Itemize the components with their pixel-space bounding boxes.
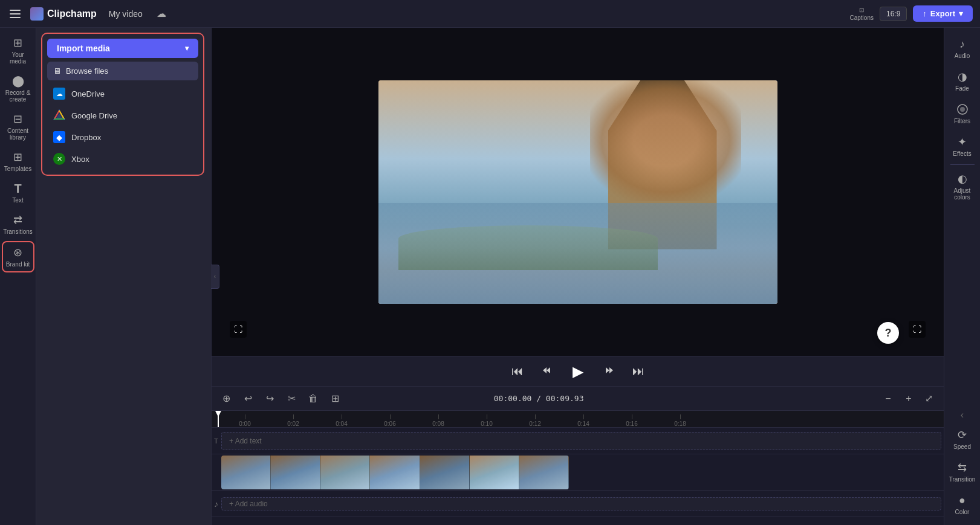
sidebar-item-your-media[interactable]: ⊞ Your media [2,33,34,68]
clip-frame-2 [271,456,320,489]
zoom-in-button[interactable]: + [900,390,917,407]
add-text-button[interactable]: + Add text [221,432,941,450]
effects-tool-icon: ✦ [956,135,969,149]
ruler-mark-10: 0:10 [462,414,511,427]
timeline-tracks: T + Add text [212,428,944,525]
dropbox-label: Dropbox [71,133,101,142]
gdrive-item[interactable]: Google Drive [47,105,198,126]
adjust-colors-label: Adjust colors [949,187,976,201]
redo-button[interactable]: ↪ [261,390,278,407]
transition-tool-label: Transition [949,476,976,483]
speed-tool-label: Speed [953,443,971,450]
import-media-button[interactable]: Import media ▾ [47,39,198,58]
top-bar-right: ⊡ Captions 16:9 ↑ Export ▾ [850,5,973,22]
text-label: Text [12,197,23,204]
clip-frame-7 [519,456,569,489]
right-tool-fade[interactable]: ◑ Fade [946,65,979,97]
video-title[interactable]: My video [104,7,148,21]
right-tool-adjust-colors[interactable]: ◐ Adjust colors [946,167,979,205]
browse-files-label: Browse files [66,66,108,76]
export-label: Export [930,9,955,18]
onedrive-item[interactable]: ☁ OneDrive [47,83,198,105]
timeline-toolbar: ⊕ ↩ ↪ ✂ 🗑 ⊞ 00:00.00 / 00:09.93 − + ⤢ [212,387,944,411]
clip-frame-4 [370,456,420,489]
right-tool-filters[interactable]: Filters [946,98,979,129]
sidebar-item-brand-kit[interactable]: ⊛ Brand kit [2,241,34,272]
text-track-row: T + Add text [212,428,944,454]
right-sidebar-separator [950,164,975,165]
save-icon[interactable]: ☁ [155,7,168,21]
ruler-mark-4: 0:04 [317,414,366,427]
sidebar-item-record-create[interactable]: ⬤ Record & create [2,71,34,106]
content-library-label: Content library [4,127,32,141]
undo-button[interactable]: ↩ [239,390,256,407]
gdrive-label: Google Drive [71,111,117,120]
color-tool-label: Color [955,509,970,515]
clip-frame-6 [470,456,519,489]
record-create-icon: ⬤ [11,74,25,88]
templates-icon: ⊞ [11,150,25,164]
video-clip[interactable] [221,456,569,489]
dropbox-item[interactable]: ◆ Dropbox [47,126,198,148]
right-tool-effects[interactable]: ✦ Effects [946,130,979,162]
skip-forward-button[interactable]: ⏭ [629,362,648,381]
menu-button[interactable] [7,7,23,21]
templates-label: Templates [4,166,32,172]
panel-collapse-button[interactable]: ‹ [211,265,219,289]
sidebar-item-transitions[interactable]: ⇄ Transitions [2,210,34,239]
import-panel-wrapper: Import media ▾ 🖥 Browse files ☁ OneDrive [36,28,212,525]
ruler-mark-12: 0:12 [511,414,559,427]
magnet-tool-button[interactable]: ⊕ [218,390,235,407]
text-track-content: + Add text [219,428,944,454]
cut-button[interactable]: ✂ [283,390,300,407]
clip-frame-5 [420,456,470,489]
fullscreen-button[interactable]: ⛶ [909,321,926,338]
browse-files-icon: 🖥 [53,66,61,76]
captions-button[interactable]: ⊡ Captions [850,7,874,21]
right-tool-color[interactable]: ● Color [946,489,979,520]
top-bar-left: Clipchamp My video ☁ [7,7,844,21]
playhead[interactable] [218,411,219,427]
add-audio-button[interactable]: + Add audio [221,497,941,511]
import-panel: Import media ▾ 🖥 Browse files ☁ OneDrive [41,33,204,176]
rewind-button[interactable] [537,362,556,381]
pip-button[interactable]: ⛶ [230,321,247,338]
captions-label: Captions [850,14,874,21]
audio-tool-icon: ♪ [956,37,969,51]
play-button[interactable]: ▶ [566,359,590,384]
aspect-ratio-button[interactable]: 16:9 [880,7,907,21]
sidebar-item-text[interactable]: T Text [2,178,34,207]
right-sidebar-collapse-button[interactable]: ‹ [955,408,970,422]
right-sidebar: ♪ Audio ◑ Fade Filters ✦ Effects ◐ Adjus… [944,28,980,525]
help-button[interactable]: ? [877,322,899,344]
sidebar-item-templates[interactable]: ⊞ Templates [2,147,34,176]
right-tool-speed[interactable]: ⟳ Speed [946,424,979,455]
skip-back-button[interactable]: ⏮ [508,362,527,381]
your-media-icon: ⊞ [11,36,25,50]
right-tool-audio[interactable]: ♪ Audio [946,33,979,64]
brand-name: Clipchamp [47,8,97,19]
browse-files-item[interactable]: 🖥 Browse files [47,62,198,80]
right-tool-transition[interactable]: ⇆ Transition [946,456,979,488]
forward-button[interactable] [600,362,619,381]
xbox-item[interactable]: ✕ Xbox [47,148,198,170]
adjust-colors-icon: ◐ [956,172,969,185]
onedrive-label: OneDrive [71,89,105,98]
import-media-label: Import media [57,43,110,53]
fit-timeline-button[interactable]: ⤢ [921,390,938,407]
zoom-out-button[interactable]: − [880,390,897,407]
clip-frame-1 [221,456,271,489]
captions-icon: ⊡ [859,7,864,13]
ruler-mark-14: 0:14 [559,414,608,427]
gdrive-icon [53,109,65,121]
export-button[interactable]: ↑ Export ▾ [913,5,973,22]
ruler-mark-0: 0:00 [221,414,269,427]
add-button[interactable]: ⊞ [326,390,343,407]
audio-track-row: ♪ + Add audio [212,491,944,517]
delete-button[interactable]: 🗑 [305,390,322,407]
ruler-mark-2: 0:02 [269,414,317,427]
ruler-mark-6: 0:06 [366,414,414,427]
brand-logo-area: Clipchamp [30,7,97,21]
add-text-label: + Add text [229,437,262,445]
sidebar-item-content-library[interactable]: ⊟ Content library [2,109,34,144]
